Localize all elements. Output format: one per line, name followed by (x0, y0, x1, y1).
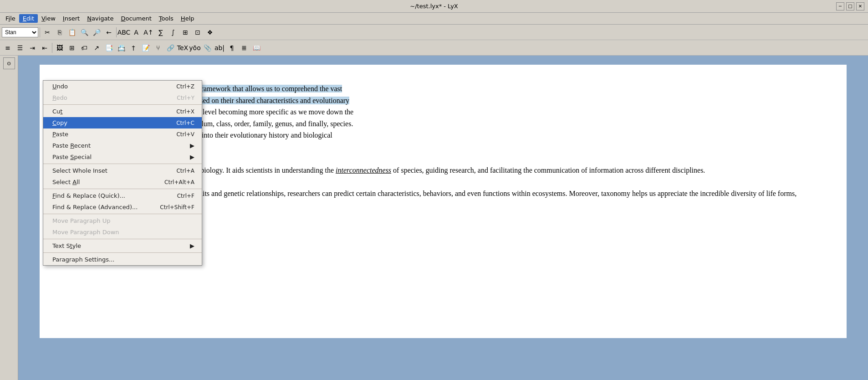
titlebar-title: ~/test.lyx* - LyX (410, 3, 458, 10)
label-button[interactable]: 🏷 (78, 42, 90, 54)
menubar: File Edit View Insert Navigate Document … (0, 13, 868, 25)
menu-select-all[interactable]: Select All Ctrl+Alt+A (43, 176, 202, 188)
menu-redo[interactable]: Redo Ctrl+Y (43, 92, 202, 103)
window-controls: − □ ✕ (836, 2, 864, 10)
insert-figure-button[interactable]: 🖼 (54, 42, 66, 54)
paste-button[interactable]: 📋 (66, 26, 78, 38)
divider1 (43, 104, 202, 105)
insert-table-button[interactable]: ⊞ (66, 42, 78, 54)
menu-move-para-down[interactable]: Move Paragraph Down (43, 226, 202, 238)
menu-paste[interactable]: Paste Ctrl+V (43, 128, 202, 140)
zoom-button[interactable]: 🔎 (91, 26, 102, 38)
separator (40, 27, 40, 37)
note-button[interactable]: 📝 (140, 42, 152, 54)
font-button[interactable]: A (130, 26, 142, 38)
spell2-button[interactable]: ab| (214, 42, 225, 54)
divider3 (43, 189, 202, 189)
indent-less-button[interactable]: ⇤ (39, 42, 51, 54)
menu-help[interactable]: Help (177, 14, 198, 23)
outline-button[interactable]: ≣ (238, 42, 250, 54)
menu-undo[interactable]: Undo Ctrl+Z (43, 81, 202, 92)
menu-view[interactable]: View (38, 14, 59, 23)
interconnectedness-link[interactable]: interconnectedness (336, 166, 391, 174)
menu-paste-recent[interactable]: Paste Recent ▶ (43, 140, 202, 151)
cut-button[interactable]: ✂ (41, 26, 53, 38)
toolbar-format: ≡ ☰ ⇥ ⇤ 🖼 ⊞ 🏷 ↗ 📑 📇 † 📝 ⑂ 🔗 TeX yōo 📎 ab… (0, 40, 868, 56)
math-button[interactable]: ∑ (155, 26, 167, 38)
back-button[interactable]: ← (103, 26, 115, 38)
divider4 (43, 214, 202, 214)
close-button[interactable]: ✕ (856, 2, 864, 10)
align-left-button[interactable]: ≡ (2, 42, 14, 54)
find-button[interactable]: 🔍 (78, 26, 90, 38)
nomencl-button[interactable]: yōo (189, 42, 201, 54)
menu-edit[interactable]: Edit (19, 14, 38, 23)
index-button[interactable]: 📇 (115, 42, 127, 54)
divider6 (43, 252, 202, 253)
menu-move-para-up[interactable]: Move Paragraph Up (43, 215, 202, 226)
footnote-button[interactable]: † (128, 42, 139, 54)
copy-button[interactable]: ⎘ (54, 26, 66, 38)
menu-paste-special[interactable]: Paste Special ▶ (43, 151, 202, 163)
minimize-button[interactable]: − (836, 2, 844, 10)
indent-more-button[interactable]: ⇥ (26, 42, 38, 54)
menu-find-quick[interactable]: Find & Replace (Quick)... Ctrl+F (43, 190, 202, 201)
math2-button[interactable]: ∫ (167, 26, 179, 38)
edit-menu-dropdown: Undo Ctrl+Z Redo Ctrl+Y Cut Ctrl+X Copy … (43, 80, 202, 266)
toc-button[interactable]: ¶ (226, 42, 238, 54)
menu-navigate[interactable]: Navigate (83, 14, 117, 23)
fontsize-button[interactable]: A↑ (143, 26, 154, 38)
attach-button[interactable]: 📎 (201, 42, 213, 54)
ref-button[interactable]: ↗ (91, 42, 102, 54)
more2-button[interactable]: ❖ (204, 26, 216, 38)
menu-copy[interactable]: Copy Ctrl+C (43, 117, 202, 128)
layout-area: ⊙ Undo Ctrl+Z Redo Ctrl+Y Cut Ctrl+X Cop… (0, 56, 868, 380)
menu-file[interactable]: File (2, 14, 19, 23)
menu-text-style[interactable]: Text Style ▶ (43, 240, 202, 252)
branch-button[interactable]: ⑂ (152, 42, 164, 54)
menu-document[interactable]: Document (117, 14, 155, 23)
spellcheck-button[interactable]: ABC (118, 26, 130, 38)
hyperlink-button[interactable]: 🔗 (164, 42, 176, 54)
menu-insert[interactable]: Insert (59, 14, 83, 23)
titlebar: ~/test.lyx* - LyX − □ ✕ (0, 0, 868, 13)
separator3 (52, 43, 52, 53)
table-button[interactable]: ⊞ (179, 26, 191, 38)
more1-button[interactable]: ⊡ (192, 26, 204, 38)
menu-paragraph-settings[interactable]: Paragraph Settings... (43, 254, 202, 265)
tex-button[interactable]: TeX (177, 42, 189, 54)
document-area[interactable]: Undo Ctrl+Z Redo Ctrl+Y Cut Ctrl+X Copy … (18, 56, 868, 380)
paragraph-style-select[interactable]: Stan Standard (2, 27, 38, 37)
toolbar-main: Stan Standard ✂ ⎘ 📋 🔍 🔎 ← ABC A A↑ ∑ ∫ ⊞… (0, 25, 868, 40)
cite-button[interactable]: 📑 (103, 42, 115, 54)
divider5 (43, 239, 202, 239)
side-panel: ⊙ (0, 56, 18, 380)
maximize-button[interactable]: □ (846, 2, 854, 10)
separator2 (116, 27, 117, 37)
align-center-button[interactable]: ☰ (14, 42, 26, 54)
menu-tools[interactable]: Tools (155, 14, 177, 23)
menu-select-whole-inset[interactable]: Select Whole Inset Ctrl+A (43, 165, 202, 176)
menu-cut[interactable]: Cut Ctrl+X (43, 106, 202, 117)
menu-find-advanced[interactable]: Find & Replace (Advanced)... Ctrl+Shift+… (43, 201, 202, 213)
side-toggle[interactable]: ⊙ (3, 57, 15, 69)
view-toggle-button[interactable]: 📖 (250, 42, 262, 54)
divider2 (43, 164, 202, 164)
